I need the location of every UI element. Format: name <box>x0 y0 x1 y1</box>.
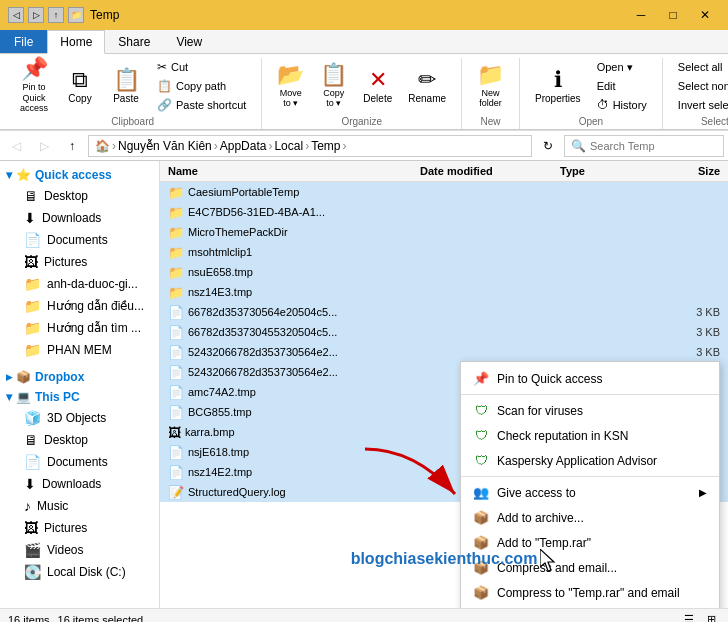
select-all-button[interactable]: Select all <box>671 58 728 76</box>
sidebar-item-phanmem[interactable]: 📁 PHAN MEM <box>0 339 159 361</box>
sidebar-item-docs2[interactable]: 📄 Documents <box>0 451 159 473</box>
cut-button[interactable]: ✂ Cut <box>150 58 253 76</box>
file-name: nsz14E3.tmp <box>188 286 420 298</box>
tab-view[interactable]: View <box>163 30 215 53</box>
sidebar-item-downloads2[interactable]: ⬇ Downloads <box>0 473 159 495</box>
sidebar-item-localdisk[interactable]: 💽 Local Disk (C:) <box>0 561 159 583</box>
path-home[interactable]: 🏠 <box>95 139 110 153</box>
ctx-compress-email[interactable]: 📦 Compress and email... <box>461 555 719 580</box>
compress-icon: 📦 <box>473 560 489 575</box>
file-row[interactable]: 📁 E4C7BD56-31ED-4BA-A1... <box>160 202 728 222</box>
dropbox-header[interactable]: ▸ 📦 Dropbox <box>0 367 159 387</box>
tab-file[interactable]: File <box>0 30 47 53</box>
new-folder-button[interactable]: 📁 Newfolder <box>470 60 511 112</box>
path-appdata[interactable]: AppData <box>220 139 267 153</box>
col-date-header[interactable]: Date modified <box>420 165 560 177</box>
quick-access-header[interactable]: ▾ ⭐ Quick access <box>0 165 159 185</box>
sidebar-item-pictures[interactable]: 🖼 Pictures <box>0 251 159 273</box>
kaspersky-icon: 🛡 <box>473 403 489 418</box>
file-row[interactable]: 📄 66782d353730564e20504c5... 3 KB <box>160 302 728 322</box>
sidebar-item-pics2[interactable]: 🖼 Pictures <box>0 517 159 539</box>
ctx-pin-quick-access[interactable]: 📌 Pin to Quick access <box>461 366 719 391</box>
paste-button[interactable]: 📋 Paste <box>104 60 148 112</box>
file-row[interactable]: 📁 MicroThemePackDir <box>160 222 728 242</box>
col-name-header[interactable]: Name <box>168 165 420 177</box>
file-row[interactable]: 📁 nsz14E3.tmp <box>160 282 728 302</box>
sidebar-item-huong-dan2[interactable]: 📁 Hướng dẫn tìm ... <box>0 317 159 339</box>
path-local[interactable]: Local <box>274 139 303 153</box>
move-to-button[interactable]: 📂 Moveto ▾ <box>270 60 311 112</box>
ctx-scan-viruses[interactable]: 🛡 Scan for viruses <box>461 398 719 423</box>
ctx-give-access[interactable]: 👥 Give access to ▶ <box>461 480 719 505</box>
file-row[interactable]: 📁 CaesiumPortableTemp <box>160 182 728 202</box>
sidebar-item-downloads[interactable]: ⬇ Downloads <box>0 207 159 229</box>
path-user[interactable]: Nguyễn Văn Kiên <box>118 139 212 153</box>
rename-button[interactable]: ✏ Rename <box>401 60 453 112</box>
file-name: 52432066782d353730564e2... <box>188 366 420 378</box>
sidebar-desktop2-label: Desktop <box>44 433 88 447</box>
ctx-add-archive[interactable]: 📦 Add to archive... <box>461 505 719 530</box>
forward-button[interactable]: ▷ <box>32 134 56 158</box>
delete-button[interactable]: ✕ Delete <box>356 60 399 112</box>
tab-home[interactable]: Home <box>47 30 105 54</box>
file-name: MicroThemePackDir <box>188 226 420 238</box>
sidebar-item-desktop[interactable]: 🖥 Desktop <box>0 185 159 207</box>
copy-button[interactable]: ⧉ Copy <box>58 60 102 112</box>
this-pc-label: This PC <box>35 390 80 404</box>
file-row[interactable]: 📄 66782d353730455320504c5... 3 KB <box>160 322 728 342</box>
sidebar-documents-label: Documents <box>47 233 108 247</box>
file-row[interactable]: 📁 msohtmlclip1 <box>160 242 728 262</box>
ctx-add-temprar[interactable]: 📦 Add to "Temp.rar" <box>461 530 719 555</box>
path-temp[interactable]: Temp <box>311 139 340 153</box>
col-size-header[interactable]: Size <box>660 165 720 177</box>
open-button[interactable]: Open ▾ <box>590 58 654 76</box>
properties-button[interactable]: ℹ Properties <box>528 60 588 112</box>
copy-path-button[interactable]: 📋 Copy path <box>150 77 253 95</box>
minimize-button[interactable]: ─ <box>626 5 656 25</box>
this-pc-chevron: ▾ <box>6 390 12 404</box>
search-input[interactable] <box>590 140 717 152</box>
copy-path-icon: 📋 <box>157 79 172 93</box>
tab-share[interactable]: Share <box>105 30 163 53</box>
up-button[interactable]: ↑ <box>60 134 84 158</box>
ctx-compress-label: Compress and email... <box>497 561 617 575</box>
select-none-button[interactable]: Select none <box>671 77 728 95</box>
invert-selection-button[interactable]: Invert selection <box>671 96 728 114</box>
paste-shortcut-button[interactable]: 🔗 Paste shortcut <box>150 96 253 114</box>
sidebar: ▾ ⭐ Quick access 🖥 Desktop ⬇ Downloads 📄… <box>0 161 160 608</box>
sidebar-item-huong-dan1[interactable]: 📁 Hướng dẫn điều... <box>0 295 159 317</box>
sidebar-item-documents[interactable]: 📄 Documents <box>0 229 159 251</box>
copy-to-button[interactable]: 📋 Copyto ▾ <box>313 60 354 112</box>
pin-to-quick-access-button[interactable]: 📌 Pin to Quickaccess <box>12 60 56 112</box>
sidebar-item-music[interactable]: ♪ Music <box>0 495 159 517</box>
file-icon: 📝 <box>168 485 184 500</box>
sidebar-item-anh[interactable]: 📁 anh-da-duoc-gi... <box>0 273 159 295</box>
folder-icon-pm: 📁 <box>24 342 41 358</box>
this-pc-icon: 💻 <box>16 390 31 404</box>
edit-button[interactable]: Edit <box>590 77 654 95</box>
ctx-compress-temprar[interactable]: 📦 Compress to "Temp.rar" and email <box>461 580 719 605</box>
ctx-check-reputation[interactable]: 🛡 Check reputation in KSN <box>461 423 719 448</box>
ctx-reputation-label: Check reputation in KSN <box>497 429 628 443</box>
sidebar-item-desktop2[interactable]: 🖥 Desktop <box>0 429 159 451</box>
ctx-kaspersky-advisor[interactable]: 🛡 Kaspersky Application Advisor <box>461 448 719 473</box>
details-view-button[interactable]: ☰ <box>680 611 698 623</box>
search-box[interactable]: 🔍 <box>564 135 724 157</box>
sidebar-item-videos[interactable]: 🎬 Videos <box>0 539 159 561</box>
col-type-header[interactable]: Type <box>560 165 660 177</box>
back-button[interactable]: ◁ <box>4 134 28 158</box>
file-row[interactable]: 📄 52432066782d353730564e2... 3 KB <box>160 342 728 362</box>
item-count: 16 items <box>8 614 50 623</box>
large-icons-button[interactable]: ⊞ <box>702 611 720 623</box>
address-path[interactable]: 🏠 › Nguyễn Văn Kiên › AppData › Local › … <box>88 135 532 157</box>
refresh-button[interactable]: ↻ <box>536 134 560 158</box>
this-pc-header[interactable]: ▾ 💻 This PC <box>0 387 159 407</box>
maximize-button[interactable]: □ <box>658 5 688 25</box>
close-button[interactable]: ✕ <box>690 5 720 25</box>
file-row[interactable]: 📁 nsuE658.tmp <box>160 262 728 282</box>
back-icon: ◁ <box>8 7 24 23</box>
arrow-icon: ▶ <box>699 487 707 498</box>
sidebar-item-3dobjects[interactable]: 🧊 3D Objects <box>0 407 159 429</box>
history-button[interactable]: ⏱ History <box>590 96 654 114</box>
file-size: 3 KB <box>660 326 720 338</box>
